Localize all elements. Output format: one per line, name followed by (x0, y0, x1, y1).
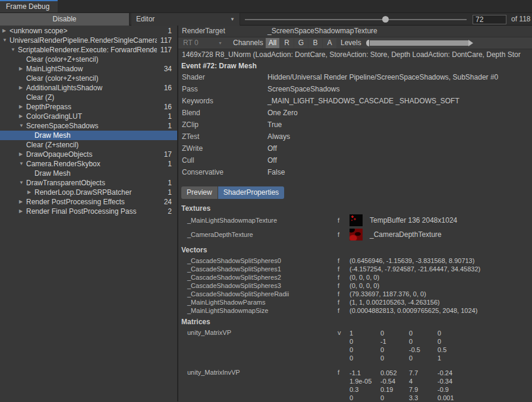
tree-row-draw-count: 1 (168, 188, 172, 197)
tree-row[interactable]: ▶ Render PostProcessing Effects 24 (0, 197, 177, 207)
collapse-arrow-icon[interactable]: ▼ (11, 45, 15, 55)
event-slider[interactable] (245, 13, 467, 26)
channel-button[interactable]: G (294, 38, 308, 48)
matrix-cell: 0.001 (437, 394, 466, 401)
texture-name: _CameraDepthTexture (187, 227, 253, 242)
vector-value: (0.6456946, -1.15639, -3.831568, 8.90713… (350, 257, 474, 265)
tree-row[interactable]: ▶ DrawOpaqueObjects 17 (0, 150, 177, 159)
tree-row[interactable]: ▶ MainLightShadow 34 (0, 64, 177, 74)
property-label: ZWrite (182, 143, 203, 154)
levels-max-handle[interactable] (468, 40, 473, 46)
tree-row[interactable]: ▼ DrawTransparentObjects 1 (0, 178, 177, 188)
vector-row: _MainLightShadowmapSize f (0.0004882813,… (178, 306, 532, 315)
matrix-name: unity_MatrixInvVP (187, 369, 240, 376)
frame-debug-toolbar: Disable Editor ▼ of 118 (0, 13, 532, 26)
tree-row[interactable]: ▼ ScriptableRenderer.Execute: ForwardRen… (0, 45, 177, 55)
expand-arrow-icon[interactable]: ▶ (19, 112, 23, 121)
matrix-values-grid: -1.10.0527.7-0.241.9e-05-0.544-0.340.30.… (350, 369, 466, 401)
tree-row-draw-count: 1 (168, 26, 172, 36)
matrix-name: unity_MatrixVP (187, 329, 231, 336)
expand-arrow-icon[interactable]: ▶ (19, 83, 23, 93)
property-row: ZClip True (178, 119, 532, 131)
tree-row[interactable]: Clear (Z) (0, 93, 177, 102)
vector-row: _CascadeShadowSplitSpheres0 f (0.6456946… (178, 257, 532, 265)
levels-range-bar[interactable] (370, 40, 468, 46)
matrix-cell: -0.54 (380, 377, 409, 385)
texture-type: f (338, 227, 339, 242)
channel-button[interactable]: A (323, 38, 336, 48)
vector-type: f (338, 273, 339, 281)
matrix-cell: 7.9 (409, 385, 437, 394)
property-row: ZWrite Off (178, 143, 532, 154)
tree-row[interactable]: ▼ UniversalRenderPipeline.RenderSingleCa… (0, 36, 177, 45)
channel-button[interactable]: R (280, 38, 294, 48)
matrix-cell: 0 (409, 354, 437, 362)
render-target-value: _ScreenSpaceShadowmapTexture (267, 26, 377, 37)
collapse-arrow-icon[interactable]: ▼ (19, 121, 24, 131)
detail-tab[interactable]: Preview (181, 186, 218, 199)
tree-row[interactable]: Clear (color+Z+stencil) (0, 55, 177, 64)
property-row: Keywords _MAIN_LIGHT_SHADOWS_CASCADE _SH… (178, 95, 532, 107)
tree-row[interactable]: ▶ ColorGradingLUT 1 (0, 112, 177, 121)
vector-value: (79.33697, 1187.376, 0, 0) (350, 290, 426, 298)
expand-arrow-icon[interactable]: ▶ (19, 197, 23, 207)
tree-row[interactable]: Clear (color+Z+stencil) (0, 74, 177, 83)
expand-arrow-icon[interactable]: ▶ (19, 102, 23, 112)
vector-value: (0, 0, 0, 0) (350, 273, 379, 281)
tree-row-draw-count: 117 (160, 36, 172, 45)
levels-range-slider[interactable] (366, 40, 473, 46)
matrix-cell: -1 (380, 337, 409, 346)
property-label: Keywords (182, 95, 213, 107)
depth-thumbnail[interactable] (350, 229, 363, 240)
tree-row-draw-count: 16 (164, 102, 172, 112)
vector-name: _CascadeShadowSplitSpheres2 (187, 273, 281, 281)
property-row: Cull Off (178, 154, 532, 166)
tree-row[interactable]: ▶ RenderLoop.DrawSRPBatcher 1 (0, 188, 177, 197)
expand-arrow-icon[interactable]: ▶ (19, 207, 23, 216)
tree-row[interactable]: ▼ ScreenSpaceShadows 1 (0, 121, 177, 131)
shadowmap-thumbnail[interactable] (350, 214, 363, 226)
texture-value: TempBuffer 136 2048x1024 (370, 213, 457, 227)
matrix-cell: -0.24 (437, 369, 466, 377)
tree-row[interactable]: Draw Mesh (0, 131, 177, 140)
tree-row-draw-count: 34 (164, 64, 172, 74)
matrix-cell: 0 (409, 337, 437, 346)
matrix-type: v (338, 329, 341, 336)
tree-row[interactable]: Clear (Z+stencil) (0, 140, 177, 150)
event-slider-track[interactable] (245, 19, 467, 20)
collapse-arrow-icon[interactable]: ▼ (2, 36, 7, 45)
collapse-arrow-icon[interactable]: ▼ (19, 159, 24, 169)
event-slider-thumb[interactable] (382, 16, 389, 23)
tab-frame-debug[interactable]: Frame Debug (0, 0, 58, 12)
tree-row[interactable]: ▶ <unknown scope> 1 (0, 26, 177, 36)
event-number-input[interactable] (473, 15, 506, 24)
vector-value: (0, 0, 0, 0) (350, 281, 379, 290)
levels-min-handle[interactable] (366, 40, 369, 46)
channel-button[interactable]: B (309, 38, 322, 48)
tree-row-label: Clear (color+Z+stencil) (26, 55, 157, 64)
matrix-cell: 0 (409, 329, 437, 337)
expand-arrow-icon[interactable]: ▶ (27, 188, 31, 197)
channel-button[interactable]: All (266, 38, 279, 48)
disable-button[interactable]: Disable (0, 13, 130, 26)
vector-row: _CascadeShadowSplitSpheres3 f (0, 0, 0, … (178, 281, 532, 290)
tree-row[interactable]: ▼ Camera.RenderSkybox 1 (0, 159, 177, 169)
expand-arrow-icon[interactable]: ▶ (2, 26, 6, 36)
tree-row-label: Render Final PostProcessing Pass (26, 207, 157, 216)
matrix-cell: 0 (350, 346, 380, 354)
detail-tabs: PreviewShaderProperties (181, 186, 532, 199)
vector-type: f (338, 290, 339, 298)
property-value: One Zero (267, 107, 298, 119)
collapse-arrow-icon[interactable]: ▼ (19, 178, 24, 188)
detail-tab[interactable]: ShaderProperties (218, 186, 284, 199)
tree-row[interactable]: Draw Mesh (0, 169, 177, 178)
tree-row[interactable]: ▶ AdditionalLightsShadow 16 (0, 83, 177, 93)
target-dropdown[interactable]: Editor ▼ (131, 13, 240, 26)
tree-row-draw-count: 117 (160, 45, 172, 55)
vector-type: f (338, 265, 339, 273)
tree-row[interactable]: ▶ Render Final PostProcessing Pass 2 (0, 207, 177, 216)
tree-row[interactable]: ▶ DepthPrepass 16 (0, 102, 177, 112)
rt-index-dropdown[interactable]: RT 0 ▼ (181, 39, 225, 48)
expand-arrow-icon[interactable]: ▶ (19, 150, 23, 159)
expand-arrow-icon[interactable]: ▶ (19, 64, 23, 74)
